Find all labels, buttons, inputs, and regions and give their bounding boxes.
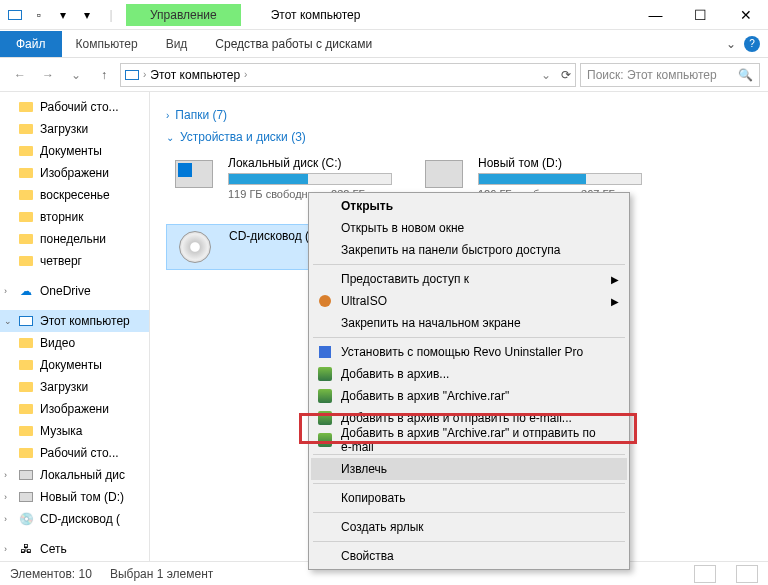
- sidebar-item-label: Этот компьютер: [40, 314, 130, 328]
- navigation-pane[interactable]: Рабочий сто...ЗагрузкиДокументыИзображен…: [0, 92, 150, 561]
- sidebar-item-onedrive[interactable]: ›☁OneDrive: [0, 280, 149, 302]
- sidebar-item-documents[interactable]: Документы: [0, 140, 149, 162]
- disk-icon: [18, 467, 34, 483]
- back-button[interactable]: ←: [8, 63, 32, 87]
- sidebar-item-label: четверг: [40, 254, 82, 268]
- breadcrumb-sep: ›: [143, 69, 146, 80]
- context-item-label: Добавить в архив "Archive.rar" и отправи…: [341, 426, 603, 454]
- sidebar-item-music[interactable]: Музыка: [0, 420, 149, 442]
- downloads-icon: [18, 121, 34, 137]
- context-item[interactable]: Открыть: [311, 195, 627, 217]
- sidebar-item-label: Загрузки: [40, 122, 88, 136]
- context-item[interactable]: Извлечь: [311, 458, 627, 480]
- expand-icon[interactable]: ›: [4, 286, 7, 296]
- documents-icon: [18, 143, 34, 159]
- context-item[interactable]: Закрепить на начальном экране: [311, 312, 627, 334]
- sidebar-item-disk[interactable]: ›Локальный дис: [0, 464, 149, 486]
- sidebar-item-folder[interactable]: вторник: [0, 206, 149, 228]
- search-field[interactable]: Поиск: Этот компьютер 🔍: [580, 63, 760, 87]
- music-icon: [18, 423, 34, 439]
- group-folders[interactable]: › Папки (7): [166, 108, 752, 122]
- context-item[interactable]: Установить с помощью Revo Uninstaller Pr…: [311, 341, 627, 363]
- desktop-icon: [18, 99, 34, 115]
- ribbon-tab-disktools[interactable]: Средства работы с дисками: [201, 31, 386, 57]
- context-separator: [313, 541, 625, 542]
- sidebar-item-downloads[interactable]: Загрузки: [0, 376, 149, 398]
- ribbon-tab-computer[interactable]: Компьютер: [62, 31, 152, 57]
- sidebar-item-label: Рабочий сто...: [40, 100, 119, 114]
- view-icons-button[interactable]: [736, 565, 758, 583]
- sidebar-item-downloads[interactable]: Загрузки: [0, 118, 149, 140]
- context-item-label: Добавить в архив...: [341, 367, 449, 381]
- context-item-label: Свойства: [341, 549, 394, 563]
- pictures-icon: [18, 165, 34, 181]
- context-item[interactable]: Предоставить доступ к▶: [311, 268, 627, 290]
- sidebar-item-folder[interactable]: четверг: [0, 250, 149, 272]
- sidebar-item-label: CD-дисковод (: [40, 512, 120, 526]
- sidebar-item-disk[interactable]: ›Новый том (D:): [0, 486, 149, 508]
- expand-icon[interactable]: ›: [4, 544, 7, 554]
- maximize-button[interactable]: ☐: [678, 1, 723, 29]
- expand-icon[interactable]: ›: [4, 492, 7, 502]
- context-item[interactable]: Свойства: [311, 545, 627, 567]
- sidebar-item-pictures[interactable]: Изображени: [0, 162, 149, 184]
- drive-usage-bar: [478, 173, 642, 185]
- context-item-label: Закрепить на начальном экране: [341, 316, 521, 330]
- sidebar-item-pc[interactable]: ⌄Этот компьютер: [0, 310, 149, 332]
- context-item[interactable]: Открыть в новом окне: [311, 217, 627, 239]
- folder-icon: [18, 231, 34, 247]
- context-item[interactable]: UltraISO▶: [311, 290, 627, 312]
- sidebar-item-desktop[interactable]: Рабочий сто...: [0, 442, 149, 464]
- group-devices-label: Устройства и диски (3): [180, 130, 306, 144]
- help-button[interactable]: ?: [744, 36, 760, 52]
- sidebar-item-folder[interactable]: понедельни: [0, 228, 149, 250]
- sidebar-item-label: OneDrive: [40, 284, 91, 298]
- breadcrumb-root[interactable]: Этот компьютер: [150, 68, 240, 82]
- context-item-label: Копировать: [341, 491, 406, 505]
- context-item-label: UltraISO: [341, 294, 387, 308]
- sidebar-item-label: Загрузки: [40, 380, 88, 394]
- sidebar-item-label: Документы: [40, 144, 102, 158]
- context-item[interactable]: Закрепить на панели быстрого доступа: [311, 239, 627, 261]
- pc-icon: [18, 313, 34, 329]
- chevron-right-icon: ›: [166, 110, 169, 121]
- recent-dropdown[interactable]: ⌄: [64, 63, 88, 87]
- file-tab[interactable]: Файл: [0, 31, 62, 57]
- forward-button[interactable]: →: [36, 63, 60, 87]
- sidebar-item-label: воскресенье: [40, 188, 110, 202]
- expand-icon[interactable]: ›: [4, 470, 7, 480]
- context-item[interactable]: Создать ярлык: [311, 516, 627, 538]
- qat-customize-icon[interactable]: ▾: [76, 4, 98, 26]
- sidebar-item-videos[interactable]: Видео: [0, 332, 149, 354]
- sidebar-item-network[interactable]: ›🖧Сеть: [0, 538, 149, 560]
- close-button[interactable]: ✕: [723, 1, 768, 29]
- minimize-button[interactable]: —: [633, 1, 678, 29]
- context-item[interactable]: Добавить в архив...: [311, 363, 627, 385]
- rar-icon: [317, 388, 333, 404]
- sidebar-item-desktop[interactable]: Рабочий сто...: [0, 96, 149, 118]
- address-field[interactable]: › Этот компьютер › ⌄ ⟳: [120, 63, 576, 87]
- qat-newfolder-icon[interactable]: ▾: [52, 4, 74, 26]
- onedrive-icon: ☁: [18, 283, 34, 299]
- address-dropdown-icon[interactable]: ⌄: [541, 68, 551, 82]
- expand-icon[interactable]: ⌄: [4, 316, 12, 326]
- context-item[interactable]: Копировать: [311, 487, 627, 509]
- expand-icon[interactable]: ›: [4, 514, 7, 524]
- context-item[interactable]: Добавить в архив "Archive.rar" и отправи…: [311, 429, 627, 451]
- group-devices[interactable]: ⌄ Устройства и диски (3): [166, 130, 752, 144]
- refresh-icon[interactable]: ⟳: [561, 68, 571, 82]
- sidebar-item-label: Новый том (D:): [40, 490, 124, 504]
- sidebar-item-cd[interactable]: ›💿CD-дисковод (: [0, 508, 149, 530]
- sidebar-item-label: Видео: [40, 336, 75, 350]
- sidebar-item-pictures[interactable]: Изображени: [0, 398, 149, 420]
- ribbon-tab-view[interactable]: Вид: [152, 31, 202, 57]
- sidebar-item-folder[interactable]: воскресенье: [0, 184, 149, 206]
- quick-access-toolbar: ▫ ▾ ▾ |: [0, 4, 126, 26]
- qat-properties-icon[interactable]: ▫: [28, 4, 50, 26]
- context-item[interactable]: Добавить в архив "Archive.rar": [311, 385, 627, 407]
- ribbon-collapse-icon[interactable]: ⌄: [718, 37, 744, 51]
- sidebar-item-documents[interactable]: Документы: [0, 354, 149, 376]
- view-details-button[interactable]: [694, 565, 716, 583]
- downloads-icon: [18, 379, 34, 395]
- up-button[interactable]: ↑: [92, 63, 116, 87]
